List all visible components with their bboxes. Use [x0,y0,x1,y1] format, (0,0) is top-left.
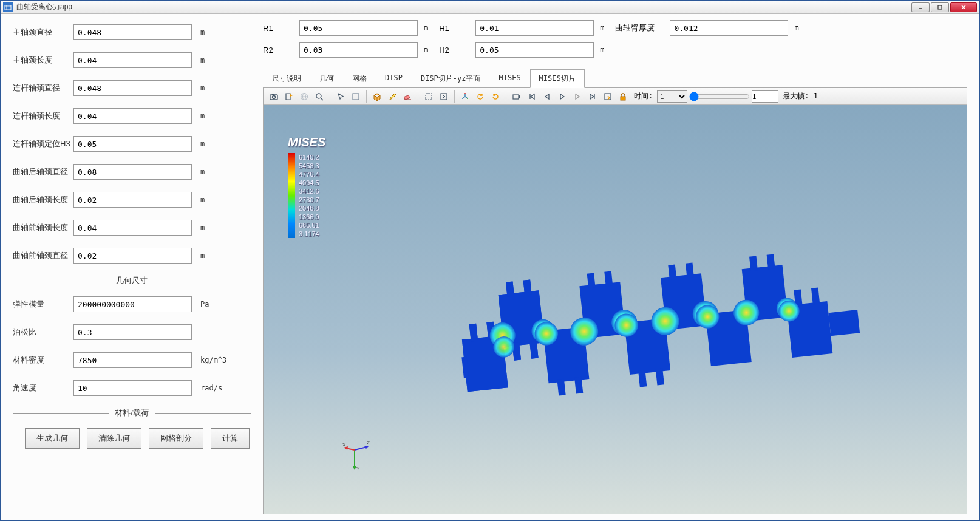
tab-6[interactable]: MISES切片 [530,69,585,88]
tab-2[interactable]: 网格 [343,69,376,88]
geom-input-4[interactable] [73,136,192,152]
field-label: 曲轴前轴颈长度 [13,222,73,233]
prev-frame-icon[interactable] [540,90,554,103]
svg-rect-11 [353,94,359,100]
3d-viewport[interactable]: MISES 6140.25458.34776.44094.53412.62730… [264,105,967,514]
tab-3[interactable]: DISP [376,69,412,88]
mat-input-2[interactable] [73,352,192,368]
tp-label: R2 [263,46,299,55]
eraser-icon[interactable] [401,90,414,103]
frame-spinner[interactable] [752,90,778,103]
geom-input-6[interactable] [73,192,192,208]
crankshaft-model [454,240,867,427]
tp-input-R2[interactable] [299,42,418,58]
rotate-ccw-icon[interactable] [474,90,487,103]
field-label: 角速度 [13,383,73,393]
top-field: H2 m [439,42,604,58]
svg-text:Z: Z [367,441,370,446]
tp-input-H2[interactable] [475,42,594,58]
fit-icon[interactable] [437,90,451,103]
tp-label: 曲轴臂厚度 [615,22,670,33]
time-label: 时间: [631,91,655,101]
svg-rect-63 [454,356,469,381]
play-icon[interactable] [556,90,569,103]
export-icon[interactable] [282,90,296,103]
tab-4[interactable]: DISP切片-yz平面 [412,69,490,88]
field-label: 主轴颈长度 [13,55,73,66]
field-row: 连杆轴颈直径 m [13,80,251,97]
field-label: 曲轴后轴颈直径 [13,166,73,177]
mat-input-0[interactable] [73,296,192,312]
maxframe-label: 最大帧: 1 [780,91,820,101]
mat-input-3[interactable] [73,380,192,396]
svg-text:Y: Y [356,466,360,471]
video-icon[interactable] [510,90,523,103]
tp-input-R1[interactable] [299,20,418,36]
svg-text:X: X [342,442,346,448]
first-frame-icon[interactable] [525,90,539,103]
action-2[interactable]: 网格剖分 [149,428,203,449]
viewer-frame: 时间: 1 最大帧: 1 MISES 6140.25458.34776.4409… [263,88,967,514]
svg-rect-12 [404,95,410,99]
geom-input-0[interactable] [73,24,192,40]
minimize-button[interactable] [911,2,930,12]
legend-value: 2730.7 [299,196,319,204]
globe-icon[interactable] [298,90,311,103]
tab-1[interactable]: 几何 [310,69,343,88]
axes-icon[interactable] [458,90,472,103]
field-label: 曲轴前轴颈直径 [13,250,73,261]
legend-colorbar [288,153,295,238]
brush-icon[interactable] [386,90,399,103]
tab-5[interactable]: MISES [489,69,529,88]
right-panel: R1 m H1 m 曲轴臂厚度 m R2 m H2 m 尺寸说明几何网格DISP… [263,14,979,520]
svg-rect-14 [426,94,432,100]
close-button[interactable] [950,2,977,12]
legend-value: 3.1174 [299,230,319,238]
field-label: 连杆轴颈直径 [13,83,73,94]
legend-value: 6140.2 [299,153,319,162]
tp-input-H1[interactable] [475,20,594,36]
geom-input-1[interactable] [73,52,192,68]
svg-point-9 [316,94,321,98]
rotate-cw-icon[interactable] [489,90,502,103]
tab-0[interactable]: 尺寸说明 [263,69,310,88]
mat-input-1[interactable] [73,324,192,340]
divider-material: 材料/载荷 [13,407,251,418]
legend-value: 3412.6 [299,187,319,196]
field-unit: kg/m^3 [200,356,226,364]
action-1[interactable]: 清除几何 [87,428,141,449]
geom-input-2[interactable] [73,80,192,96]
svg-line-10 [321,98,323,100]
tp-label: H2 [439,46,475,55]
box-select-icon[interactable] [422,90,435,103]
geom-input-3[interactable] [73,108,192,124]
zoom-icon[interactable] [313,90,326,103]
svg-rect-19 [513,95,519,99]
cube-icon[interactable] [370,90,384,103]
svg-point-4 [273,95,276,98]
tp-unit: m [424,24,428,32]
geom-input-8[interactable] [73,248,192,264]
camera-icon[interactable] [267,90,281,103]
last-frame-icon[interactable] [586,90,599,103]
next-frame-icon[interactable] [571,90,584,103]
time-slider[interactable] [689,92,750,101]
action-0[interactable]: 生成几何 [25,428,80,449]
select-arrow-icon[interactable] [334,90,347,103]
window-title: 曲轴受离心力app [16,2,911,12]
time-select[interactable]: 1 [657,90,687,103]
legend-value: 685.01 [299,221,319,230]
field-row: 连杆轴颈长度 m [13,107,251,124]
action-3[interactable]: 计算 [211,428,250,449]
export-anim-icon[interactable] [601,90,614,103]
maximize-button[interactable] [931,2,949,12]
lock-icon[interactable] [616,90,630,103]
tp-unit: m [600,24,604,32]
geom-input-5[interactable] [73,164,192,180]
color-legend: MISES 6140.25458.34776.44094.53412.62730… [288,135,325,238]
geom-input-7[interactable] [73,220,192,236]
tp-label: H1 [439,24,475,33]
field-unit: m [200,56,205,64]
box-icon[interactable] [349,90,362,103]
tp-input-曲轴臂厚度[interactable] [670,20,788,36]
